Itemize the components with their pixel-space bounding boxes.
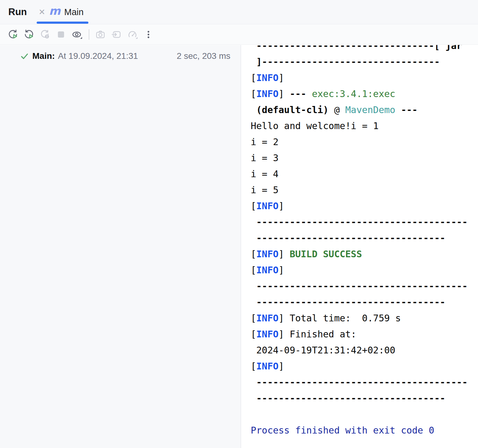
console-row: ---------------------------------- xyxy=(251,230,478,246)
console-row: (default-cli) @ MavenDemo --- xyxy=(251,102,478,118)
update-application-button xyxy=(39,29,51,40)
console-row: -------------------------------------- xyxy=(251,278,478,294)
console-row: i = 5 xyxy=(251,182,478,198)
close-icon[interactable]: ✕ xyxy=(38,8,45,16)
console-row: [INFO] BUILD SUCCESS xyxy=(251,246,478,262)
console-row: [INFO] --- exec:3.4.1:exec xyxy=(251,86,478,102)
console-row: Hello and welcome!i = 1 xyxy=(251,118,478,134)
console-row: [INFO] Total time: 0.759 s xyxy=(251,310,478,326)
console-row: [INFO] xyxy=(251,198,478,214)
refresh-warning-icon xyxy=(39,29,51,40)
console-row: 2024-09-19T21:31:42+02:00 xyxy=(251,342,478,358)
run-entry-name: Main: xyxy=(32,51,55,61)
rerun-button[interactable] xyxy=(7,29,18,40)
console-row: [INFO] xyxy=(251,262,478,278)
circular-arrow-play-icon xyxy=(7,29,18,40)
console-row: ]-------------------------------- xyxy=(251,54,478,70)
tab-main[interactable]: ✕ m Main xyxy=(38,0,83,24)
active-tab-indicator xyxy=(37,22,88,24)
screenshot-button xyxy=(95,29,106,40)
run-toolbar xyxy=(0,24,478,45)
console-row: Process finished with exit code 0 xyxy=(251,422,478,438)
console-row: ---------------------------------- xyxy=(251,390,478,406)
console-row: -------------------------------------- xyxy=(251,374,478,390)
console-row: ---------------------------------- xyxy=(251,294,478,310)
toolwindow-title: Run xyxy=(8,6,27,18)
run-entry-row[interactable]: Main: At 19.09.2024, 21:31 2 sec, 203 ms xyxy=(0,49,241,63)
refresh-play-icon xyxy=(23,29,34,40)
eye-icon xyxy=(71,29,83,40)
run-list-panel: Main: At 19.09.2024, 21:31 2 sec, 203 ms xyxy=(0,45,241,448)
gauge-icon xyxy=(127,29,138,40)
console-row: [INFO] xyxy=(251,358,478,374)
checkmark-icon xyxy=(20,52,29,60)
tab-label: Main xyxy=(64,7,84,17)
stop-square-icon xyxy=(55,29,67,40)
console-row: [INFO] Finished at: xyxy=(251,326,478,342)
console-row: -------------------------------------- xyxy=(251,214,478,230)
run-tool-window: Run ✕ m Main xyxy=(0,0,478,448)
run-toolwindow-header: Run ✕ m Main xyxy=(0,0,478,24)
more-options-button[interactable] xyxy=(143,29,154,40)
stop-button xyxy=(55,29,67,40)
camera-icon xyxy=(95,29,106,40)
console-row: i = 2 xyxy=(251,134,478,150)
maven-icon: m xyxy=(49,6,61,17)
console-panel[interactable]: --------------------------------[ jar ]-… xyxy=(241,45,478,448)
console-row xyxy=(251,406,478,422)
run-entry-timestamp: At 19.09.2024, 21:31 xyxy=(58,51,138,61)
profiler-button xyxy=(127,29,138,40)
import-results-button xyxy=(111,29,122,40)
console-row: [INFO] xyxy=(251,70,478,86)
toolbar-separator xyxy=(89,29,89,40)
run-entry-duration: 2 sec, 203 ms xyxy=(177,51,230,61)
kebab-icon xyxy=(143,29,154,40)
show-options-button[interactable] xyxy=(71,29,83,40)
console-row: i = 4 xyxy=(251,166,478,182)
arrow-into-box-icon xyxy=(111,29,122,40)
console-output: --------------------------------[ jar ]-… xyxy=(241,45,478,438)
console-row: --------------------------------[ jar xyxy=(251,45,478,54)
restart-button[interactable] xyxy=(23,29,34,40)
console-row: i = 3 xyxy=(251,150,478,166)
